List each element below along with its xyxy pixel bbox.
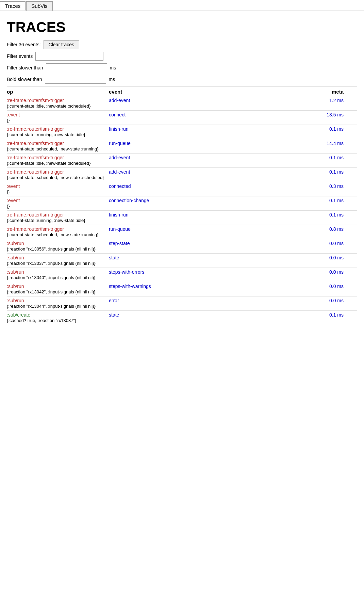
- header-meta: meta: [238, 89, 357, 95]
- event-cell: run-queue: [109, 226, 238, 232]
- op-cell: :event: [7, 183, 109, 189]
- tab-subvis[interactable]: SubVis: [26, 1, 52, 11]
- table-row: :sub/run state 0.0 ms {:reaction "rx1303…: [7, 253, 357, 268]
- event-cell: steps-with-warnings: [109, 284, 238, 289]
- filter-count-label: Filter 36 events:: [7, 42, 41, 47]
- op-cell: :re-frame.router/fsm-trigger: [7, 212, 109, 218]
- meta-cell: 14.4 ms: [238, 141, 357, 146]
- op-cell: :re-frame.router/fsm-trigger: [7, 226, 109, 232]
- table-row: :sub/run step-state 0.0 ms {:reaction "r…: [7, 239, 357, 253]
- trace-detail: {:reaction "rx13037", :input-signals (ni…: [7, 260, 357, 267]
- op-cell: :re-frame.router/fsm-trigger: [7, 141, 109, 146]
- event-cell: step-state: [109, 241, 238, 246]
- event-cell: connected: [109, 183, 238, 189]
- meta-cell: 0.0 ms: [238, 298, 357, 303]
- page-title: TRACES: [7, 19, 357, 35]
- trace-detail: {}: [7, 117, 357, 124]
- meta-cell: 0.0 ms: [238, 269, 357, 275]
- tabs-container: Traces SubVis: [0, 0, 364, 11]
- filter-text-row: Filter events: [7, 52, 357, 61]
- filter-bold-label: Bold slower than: [7, 77, 42, 82]
- meta-cell: 0.0 ms: [238, 284, 357, 289]
- event-cell: connect: [109, 112, 238, 117]
- op-cell: :sub/run: [7, 284, 109, 289]
- meta-cell: 0.1 ms: [238, 312, 357, 318]
- trace-detail: {:current-state :scheduled, :new-state :…: [7, 232, 357, 238]
- trace-detail: {:current-state :scheduled, :new-state :…: [7, 175, 357, 181]
- table-row: :re-frame.router/fsm-trigger add-event 1…: [7, 96, 357, 110]
- table-row: :re-frame.router/fsm-trigger finish-run …: [7, 125, 357, 139]
- meta-cell: 0.1 ms: [238, 126, 357, 132]
- trace-detail: {:reaction "rx13056", :input-signals (ni…: [7, 246, 357, 253]
- event-cell: state: [109, 255, 238, 260]
- traces-list: :re-frame.router/fsm-trigger add-event 1…: [7, 96, 357, 325]
- meta-cell: 0.8 ms: [238, 226, 357, 232]
- op-cell: :re-frame.router/fsm-trigger: [7, 169, 109, 175]
- filter-bold-row: Bold slower than ms: [7, 75, 357, 84]
- trace-detail: {:reaction "rx13042", :input-signals (ni…: [7, 289, 357, 295]
- event-cell: add-event: [109, 98, 238, 103]
- event-cell: run-queue: [109, 141, 238, 146]
- op-cell: :sub/run: [7, 298, 109, 303]
- filter-slower-input[interactable]: [46, 63, 107, 72]
- filter-events-input[interactable]: [35, 52, 103, 61]
- op-cell: :sub/run: [7, 269, 109, 275]
- table-row: :re-frame.router/fsm-trigger add-event 0…: [7, 167, 357, 182]
- clear-traces-button[interactable]: Clear traces: [44, 40, 79, 49]
- table-row: :re-frame.router/fsm-trigger add-event 0…: [7, 153, 357, 167]
- meta-cell: 0.1 ms: [238, 212, 357, 218]
- table-header: op event meta: [7, 86, 357, 96]
- trace-detail: {:cached? true, :reaction "rx13037"}: [7, 318, 357, 324]
- event-cell: steps-with-errors: [109, 269, 238, 275]
- table-row: :event connect 13.5 ms {}: [7, 110, 357, 125]
- event-cell: add-event: [109, 169, 238, 175]
- tab-traces[interactable]: Traces: [0, 1, 26, 11]
- event-cell: finish-run: [109, 126, 238, 132]
- trace-detail: {:reaction "rx13040", :input-signals (ni…: [7, 275, 357, 281]
- filter-events-row: Filter 36 events: Clear traces: [7, 40, 357, 49]
- event-cell: state: [109, 312, 238, 318]
- meta-cell: 0.3 ms: [238, 183, 357, 189]
- op-cell: :sub/create: [7, 312, 109, 318]
- op-cell: :re-frame.router/fsm-trigger: [7, 126, 109, 132]
- trace-detail: {:current-state :running, :new-state :id…: [7, 132, 357, 138]
- event-cell: error: [109, 298, 238, 303]
- table-row: :sub/run error 0.0 ms {:reaction "rx1304…: [7, 296, 357, 310]
- table-row: :re-frame.router/fsm-trigger finish-run …: [7, 210, 357, 225]
- table-row: :re-frame.router/fsm-trigger run-queue 1…: [7, 139, 357, 153]
- table-row: :sub/run steps-with-warnings 0.0 ms {:re…: [7, 282, 357, 296]
- meta-cell: 0.0 ms: [238, 241, 357, 246]
- meta-cell: 1.2 ms: [238, 98, 357, 103]
- filter-events-label: Filter events: [7, 53, 33, 59]
- event-cell: connection-change: [109, 198, 238, 203]
- meta-cell: 0.1 ms: [238, 198, 357, 203]
- event-cell: add-event: [109, 155, 238, 160]
- filter-bold-input[interactable]: [45, 75, 106, 84]
- event-cell: finish-run: [109, 212, 238, 218]
- main-content: TRACES Filter 36 events: Clear traces Fi…: [0, 11, 364, 330]
- filter-slower-row: Filter slower than ms: [7, 63, 357, 72]
- op-cell: :re-frame.router/fsm-trigger: [7, 155, 109, 160]
- trace-detail: {:current-state :idle, :new-state :sched…: [7, 160, 357, 167]
- table-row: :re-frame.router/fsm-trigger run-queue 0…: [7, 225, 357, 239]
- meta-cell: 0.1 ms: [238, 169, 357, 175]
- table-row: :event connection-change 0.1 ms {}: [7, 196, 357, 210]
- trace-detail: {}: [7, 189, 357, 195]
- trace-detail: {:current-state :running, :new-state :id…: [7, 218, 357, 224]
- op-cell: :re-frame.router/fsm-trigger: [7, 98, 109, 103]
- meta-cell: 0.0 ms: [238, 255, 357, 260]
- header-event: event: [109, 89, 238, 95]
- meta-cell: 13.5 ms: [238, 112, 357, 117]
- op-cell: :event: [7, 112, 109, 117]
- header-op: op: [7, 89, 109, 95]
- table-row: :event connected 0.3 ms {}: [7, 182, 357, 196]
- op-cell: :sub/run: [7, 241, 109, 246]
- op-cell: :sub/run: [7, 255, 109, 260]
- filter-slower-label: Filter slower than: [7, 65, 43, 70]
- trace-detail: {}: [7, 203, 357, 210]
- table-row: :sub/create state 0.1 ms {:cached? true,…: [7, 310, 357, 325]
- filter-bold-ms: ms: [109, 77, 115, 82]
- table-row: :sub/run steps-with-errors 0.0 ms {:reac…: [7, 268, 357, 282]
- filter-slower-ms: ms: [110, 65, 116, 70]
- trace-detail: {:reaction "rx13044", :input-signals (ni…: [7, 303, 357, 310]
